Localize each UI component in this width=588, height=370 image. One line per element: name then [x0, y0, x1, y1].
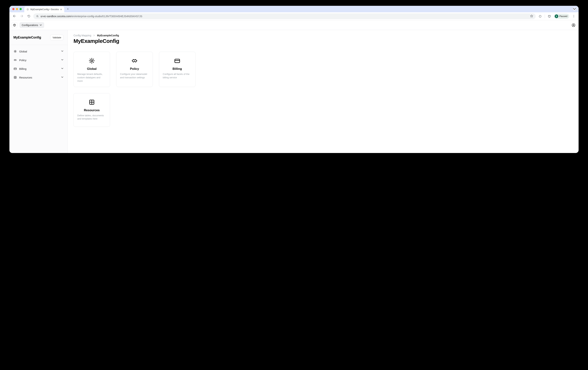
sidebar-item-policy[interactable]: Policy — [11, 56, 66, 64]
bookmark-icon[interactable] — [530, 14, 533, 18]
breadcrumb: Config Mapping MyExampleConfig — [74, 34, 573, 37]
app-bar: Configurations — [10, 20, 578, 30]
extensions-icon[interactable] — [537, 14, 543, 19]
sidebar-item-label: Global — [19, 50, 27, 53]
sidebar-item-resources[interactable]: Resources — [11, 73, 66, 81]
forward-button[interactable] — [19, 14, 24, 19]
browser-menu-icon[interactable] — [571, 14, 577, 19]
handshake-icon — [13, 58, 17, 62]
sidebar-nav: Global Policy Billing — [10, 45, 68, 84]
grid-icon — [13, 76, 17, 79]
chevron-down-icon — [61, 76, 63, 79]
sidebar-header: MyExampleConfig Validate — [10, 30, 68, 45]
window-controls — [11, 8, 23, 10]
fullscreen-window-button[interactable] — [20, 8, 22, 10]
address-bar[interactable]: ui-ec-sandbox.socotra.com/en/enterprise-… — [33, 13, 536, 19]
close-tab-icon[interactable]: ✕ — [60, 8, 62, 11]
sidebar: MyExampleConfig Validate Global Policy — [10, 30, 68, 153]
card-global[interactable]: Global Manage tenant defaults, custom da… — [74, 52, 110, 87]
app: Configurations MyExampleConfig Validate … — [10, 20, 578, 153]
sidebar-item-label: Resources — [19, 76, 32, 79]
chevron-down-icon — [40, 24, 42, 26]
profile-button[interactable]: S Paused — [554, 14, 569, 19]
sidebar-item-label: Policy — [19, 59, 26, 62]
card-resources[interactable]: Resources Define tables, documents and t… — [74, 93, 110, 127]
url-text: ui-ec-sandbox.socotra.com/en/enterprise-… — [41, 15, 142, 18]
tabs-dropdown-button[interactable] — [572, 7, 577, 11]
profile-avatar: S — [555, 14, 558, 18]
back-button[interactable] — [11, 14, 17, 19]
separator — [545, 14, 545, 18]
tab-favicon — [26, 8, 29, 11]
handshake-icon — [131, 57, 138, 65]
card-title: Policy — [130, 67, 139, 71]
validate-button[interactable]: Validate — [50, 35, 63, 40]
card-desc: Configure your datamodel and transaction… — [120, 72, 149, 79]
sidebar-item-global[interactable]: Global — [11, 47, 66, 55]
page-title: MyExampleConfig — [74, 38, 573, 44]
tab-strip: MyExampleConfig • Socotra ✕ + — [10, 6, 578, 12]
user-menu-button[interactable] — [571, 22, 577, 28]
grid-icon — [89, 98, 95, 106]
card-title: Global — [87, 67, 97, 71]
profile-status: Paused — [559, 15, 567, 18]
browser-window: MyExampleConfig • Socotra ✕ + ui-ec-sand… — [10, 6, 578, 153]
site-settings-icon[interactable] — [36, 15, 39, 18]
card-desc: Manage tenant defaults, custom datatypes… — [77, 72, 106, 83]
browser-tab[interactable]: MyExampleConfig • Socotra ✕ — [24, 7, 64, 12]
configurations-label: Configurations — [22, 24, 38, 27]
card-policy[interactable]: Policy Configure your datamodel and tran… — [116, 52, 153, 87]
sidebar-item-billing[interactable]: Billing — [11, 65, 66, 73]
sidebar-title: MyExampleConfig — [13, 36, 41, 40]
gear-icon — [13, 50, 17, 53]
card-title: Resources — [84, 109, 100, 112]
card-desc: Configure all facets of the billing serv… — [163, 72, 192, 79]
configurations-menu[interactable]: Configurations — [20, 22, 44, 28]
breadcrumb-current: MyExampleConfig — [97, 34, 119, 37]
side-panel-icon[interactable] — [547, 14, 552, 19]
close-window-button[interactable] — [12, 8, 14, 10]
tab-title: MyExampleConfig • Socotra — [31, 8, 59, 11]
card-billing[interactable]: Billing Configure all facets of the bill… — [159, 52, 196, 87]
chevron-down-icon — [61, 67, 63, 70]
card-grid: Global Manage tenant defaults, custom da… — [74, 52, 204, 127]
gear-icon — [89, 57, 95, 65]
browser-toolbar: ui-ec-sandbox.socotra.com/en/enterprise-… — [10, 12, 578, 20]
main-content: Config Mapping MyExampleConfig MyExample… — [68, 30, 578, 153]
chevron-right-icon — [93, 34, 95, 37]
chevron-down-icon — [61, 50, 63, 53]
card-icon — [13, 67, 17, 70]
card-title: Billing — [173, 67, 182, 71]
minimize-window-button[interactable] — [16, 8, 18, 10]
reload-button[interactable] — [26, 14, 32, 19]
breadcrumb-root[interactable]: Config Mapping — [74, 34, 91, 37]
card-icon — [174, 57, 180, 65]
chevron-down-icon — [61, 59, 63, 62]
card-desc: Define tables, documents and templates h… — [77, 114, 106, 121]
sidebar-item-label: Billing — [19, 67, 26, 70]
brand-logo[interactable] — [11, 22, 17, 28]
new-tab-button[interactable]: + — [65, 7, 70, 11]
